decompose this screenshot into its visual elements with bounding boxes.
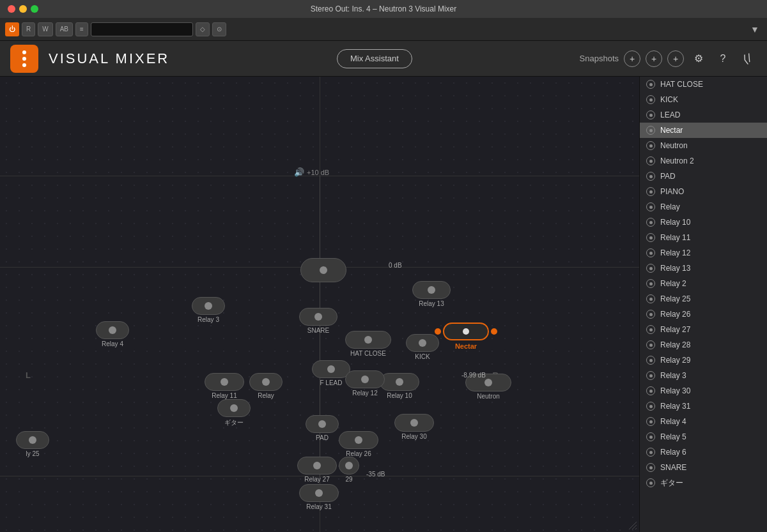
channel-relay[interactable]: Relay [249, 373, 283, 399]
channel-pill-relay12[interactable] [345, 370, 385, 388]
channel-relay30[interactable]: Relay 30 [394, 414, 434, 440]
channel-pill-relay10[interactable] [380, 373, 419, 391]
channel-pill-relay25[interactable] [16, 431, 49, 449]
channel-list-item-kick-item[interactable]: KICK [640, 92, 767, 107]
channel-relay11[interactable]: Relay 11 [205, 373, 244, 399]
channel-pill-relay27[interactable] [297, 457, 337, 475]
rw-btn[interactable]: W [38, 22, 52, 36]
camera-btn[interactable]: ⊙ [212, 22, 226, 36]
channel-list-item-relay28-item[interactable]: Relay 28 [640, 337, 767, 353]
channel-pill-relay29[interactable] [339, 457, 359, 475]
minimize-button[interactable] [19, 5, 27, 13]
channel-list-item-piano-item[interactable]: PIANO [640, 184, 767, 199]
channel-list-item-relay6-item[interactable]: Relay 6 [640, 445, 767, 460]
channel-pad[interactable]: PAD [306, 415, 339, 441]
channel-list-item-relay25-item[interactable]: Relay 25 [640, 291, 767, 307]
channel-list-item-relay27-item[interactable]: Relay 27 [640, 322, 767, 337]
snap-btn-2[interactable]: + [646, 50, 662, 67]
channel-pill-relay11[interactable] [205, 373, 244, 391]
channel-list-item-hat-close-item[interactable]: HAT CLOSE [640, 77, 767, 92]
tuner-btn[interactable]: ⟨/ [735, 46, 759, 70]
channel-relay10[interactable]: Relay 10 [380, 373, 419, 399]
channel-pill-relay26[interactable] [339, 431, 378, 449]
channel-list-item-relay2-item[interactable]: Relay 2 [640, 276, 767, 291]
nectar-node[interactable]: Nectar [435, 323, 497, 350]
channel-list-item-lead-item[interactable]: LEAD [640, 107, 767, 123]
channel-bignode[interactable] [300, 258, 346, 282]
channel-relay12[interactable]: Relay 12 [345, 370, 385, 397]
channel-list-item-relay30-item[interactable]: Relay 30 [640, 383, 767, 399]
preset-input[interactable] [91, 22, 193, 36]
channel-name-hat-close-item: HAT CLOSE [660, 80, 703, 89]
channel-list-item-guitar-item[interactable]: ギター [640, 475, 767, 490]
channel-relay27[interactable]: Relay 27 [297, 457, 337, 483]
eye-icon-kick-item [646, 95, 655, 104]
channel-label-relay30: Relay 30 [401, 433, 426, 440]
channel-list-item-neutron-item[interactable]: Neutron [640, 138, 767, 153]
record-btn[interactable]: R [22, 22, 35, 36]
channel-list-item-relay26-item[interactable]: Relay 26 [640, 307, 767, 322]
channel-pill-snare[interactable] [299, 308, 337, 326]
ab-btn[interactable]: AB [56, 22, 73, 36]
channel-guitar[interactable]: ギター [217, 399, 251, 427]
channel-pill-relay30[interactable] [394, 414, 434, 432]
channel-pill-relay[interactable] [249, 373, 283, 391]
channel-pill-f-lead[interactable] [312, 360, 350, 378]
help-btn[interactable]: ? [713, 49, 732, 68]
channel-pill-hat-close[interactable] [345, 331, 391, 349]
channel-list-panel: HAT CLOSEKICKLEADNectarNeutronNeutron 2P… [639, 77, 767, 532]
eye-icon-relay31-item [646, 402, 655, 411]
channel-list-item-relay12-item[interactable]: Relay 12 [640, 245, 767, 261]
channel-relay31[interactable]: Relay 31 [299, 484, 339, 510]
channel-list-item-relay13-item[interactable]: Relay 13 [640, 261, 767, 276]
channel-relay26[interactable]: Relay 26 [339, 431, 378, 457]
channel-list-item-relay10-item[interactable]: Relay 10 [640, 215, 767, 230]
channel-snare[interactable]: SNARE [299, 308, 337, 334]
mixer-canvas[interactable]: 🔊 +10 dB 0 dB -35 dB 🔇 -60 dB L R Relay … [0, 77, 639, 532]
settings-btn[interactable]: ⚙ [689, 49, 708, 68]
header-center: Mix Assistant [180, 49, 569, 68]
arrow-btn[interactable]: ◇ [196, 22, 210, 36]
resize-handle[interactable] [629, 522, 637, 529]
snap-btn-1[interactable]: + [624, 50, 640, 67]
channel-relay25[interactable]: ly 25 [16, 431, 49, 457]
power-button[interactable]: ⏻ [5, 22, 19, 36]
channel-list-item-snare-item[interactable]: SNARE [640, 460, 767, 475]
channel-list-item-relay29-item[interactable]: Relay 29 [640, 353, 767, 368]
channel-relay4[interactable]: Relay 4 [96, 321, 129, 347]
channel-pill-relay13[interactable] [412, 281, 451, 299]
header-right: Snapshots + + + ⚙ ? ⟨/ [580, 49, 757, 68]
channel-list-item-relay31-item[interactable]: Relay 31 [640, 399, 767, 414]
channel-relay29[interactable]: 29 [339, 457, 359, 483]
channel-list-item-relay-item[interactable]: Relay [640, 199, 767, 215]
eye-icon-nectar-item [646, 126, 655, 135]
maximize-button[interactable] [31, 5, 38, 13]
channel-pill-relay4[interactable] [96, 321, 129, 339]
channel-pill-pad[interactable] [306, 415, 339, 433]
channel-label-relay29: 29 [345, 476, 352, 483]
compare-btn[interactable]: ≡ [75, 22, 88, 36]
nectar-pill[interactable] [443, 323, 489, 340]
channel-list-item-nectar-item[interactable]: Nectar [640, 123, 767, 138]
channel-relay13[interactable]: Relay 13 [412, 281, 451, 307]
channel-list-item-relay11-item[interactable]: Relay 11 [640, 230, 767, 245]
channel-pill-relay3[interactable] [192, 297, 225, 315]
channel-list-item-relay3-item[interactable]: Relay 3 [640, 368, 767, 383]
channel-pill-guitar[interactable] [217, 399, 251, 417]
close-button[interactable] [8, 5, 15, 13]
eye-icon-relay26-item [646, 310, 655, 319]
channel-list-item-pad-item[interactable]: PAD [640, 169, 767, 184]
snap-btn-3[interactable]: + [667, 50, 684, 67]
channel-list-item-neutron2-item[interactable]: Neutron 2 [640, 153, 767, 169]
channel-name-relay5-item: Relay 5 [660, 432, 686, 441]
mix-assistant-button[interactable]: Mix Assistant [337, 49, 412, 68]
channel-list-item-relay4-item[interactable]: Relay 4 [640, 414, 767, 429]
channel-pill-bignode[interactable] [300, 258, 346, 282]
channel-relay3[interactable]: Relay 3 [192, 297, 225, 323]
channel-list-item-relay5-item[interactable]: Relay 5 [640, 429, 767, 445]
expand-btn[interactable]: ▼ [748, 22, 762, 36]
channel-f-lead[interactable]: F LEAD [312, 360, 350, 386]
toolbar: ⏻ R W AB ≡ ◇ ⊙ ▼ [0, 18, 767, 41]
channel-pill-relay31[interactable] [299, 484, 339, 502]
channel-hat-close[interactable]: HAT CLOSE [345, 331, 391, 357]
